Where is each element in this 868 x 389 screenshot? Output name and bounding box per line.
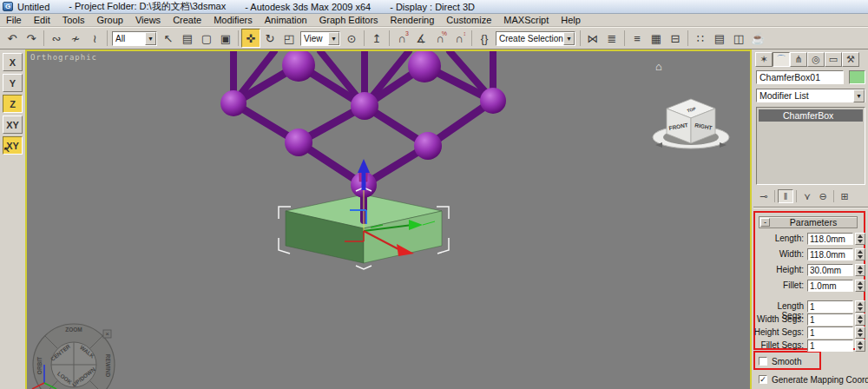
- spinner-down-icon[interactable]: [858, 255, 863, 259]
- menu-views[interactable]: Views: [129, 15, 167, 25]
- tab-display[interactable]: ▭: [825, 52, 842, 67]
- param-value-field[interactable]: 118.0mm: [807, 233, 853, 245]
- window-crossing-toggle-button[interactable]: ▣: [216, 29, 235, 48]
- viewport-label[interactable]: Orthographic: [30, 53, 97, 62]
- spinner-up-icon[interactable]: [858, 315, 863, 319]
- show-end-result-button[interactable]: ‖: [778, 189, 793, 203]
- menu-modifiers[interactable]: Modifiers: [207, 15, 259, 25]
- reference-coordinate-system-dropdown[interactable]: View▼: [300, 31, 340, 46]
- parameters-rollout-header[interactable]: - Parameters: [759, 216, 858, 228]
- align-button[interactable]: ≣: [602, 29, 621, 48]
- spinner-control[interactable]: [855, 280, 865, 292]
- tab-motion[interactable]: ◎: [807, 52, 825, 67]
- select-by-name-button[interactable]: ▤: [178, 29, 197, 48]
- make-unique-button[interactable]: ⋎: [799, 189, 815, 203]
- remove-modifier-button[interactable]: ⊖: [815, 189, 831, 203]
- select-and-scale-button[interactable]: ◰: [279, 29, 299, 48]
- restrict-axis-z[interactable]: Z: [3, 95, 23, 113]
- percent-snap-toggle-button[interactable]: ∩%: [431, 29, 450, 48]
- select-object-button[interactable]: ↖: [159, 29, 178, 48]
- menu-file[interactable]: File: [0, 15, 28, 25]
- rectangular-selection-region-button[interactable]: ▢: [197, 29, 216, 48]
- configure-modifier-sets-button[interactable]: ⊞: [837, 189, 852, 203]
- object-name-field[interactable]: ChamferBox01: [756, 70, 844, 84]
- param-value-field[interactable]: 1: [807, 326, 853, 339]
- edit-named-selection-sets-button[interactable]: {}: [475, 29, 494, 48]
- spinner-up-icon[interactable]: [858, 281, 863, 285]
- close-icon[interactable]: ×: [105, 330, 109, 338]
- menu-rendering[interactable]: Rendering: [385, 15, 441, 25]
- chevron-down-icon[interactable]: ▼: [145, 32, 156, 45]
- mirror-button[interactable]: ⋈: [583, 29, 602, 48]
- spinner-up-icon[interactable]: [858, 302, 863, 306]
- angle-snap-toggle-button[interactable]: ∡: [411, 29, 431, 48]
- param-value-field[interactable]: 1: [807, 300, 853, 313]
- menu-graph-editors[interactable]: Graph Editors: [313, 15, 385, 25]
- redo-button[interactable]: ↷: [22, 29, 41, 48]
- tab-create[interactable]: ✶: [755, 52, 773, 67]
- restrict-axis-xy-plane[interactable]: XY↖: [3, 136, 23, 155]
- spinner-down-icon[interactable]: [858, 346, 863, 350]
- restrict-axis-x[interactable]: X: [3, 53, 23, 71]
- menu-animation[interactable]: Animation: [259, 15, 313, 25]
- rollout-collapse-button[interactable]: -: [760, 218, 770, 227]
- steering-wheel[interactable]: ZOOMREWINDORBITCENTERWALKLOOKUP/DOWN×: [33, 324, 115, 389]
- stack-item-chamferbox[interactable]: ChamferBox: [759, 109, 863, 122]
- spinner-control[interactable]: [855, 340, 865, 352]
- param-value-field[interactable]: 1.0mm: [807, 280, 853, 292]
- material-editor-button[interactable]: ∷: [691, 29, 710, 48]
- spinner-control[interactable]: [855, 264, 865, 276]
- menu-maxscript[interactable]: MAXScript: [497, 15, 555, 25]
- curve-editor-button[interactable]: ▦: [647, 29, 666, 48]
- menu-create[interactable]: Create: [167, 15, 207, 25]
- restrict-axis-xy[interactable]: XY: [3, 115, 23, 134]
- spinner-snap-toggle-button[interactable]: ∩↕: [450, 29, 469, 48]
- menu-group[interactable]: Group: [90, 15, 129, 25]
- viewport-canvas[interactable]: TOPFRONTRIGHT⌂ZOOMREWINDORBITCENTERWALKL…: [27, 51, 750, 389]
- menu-customize[interactable]: Customize: [440, 15, 497, 25]
- viewcube[interactable]: TOPFRONTRIGHT⌂: [653, 60, 729, 148]
- spinner-control[interactable]: [855, 326, 865, 339]
- chevron-down-icon[interactable]: ▼: [328, 32, 339, 45]
- spinner-up-icon[interactable]: [858, 328, 863, 332]
- tab-hierarchy[interactable]: ⋔: [790, 52, 807, 67]
- checkbox[interactable]: [759, 357, 767, 366]
- selection-filter-dropdown[interactable]: All▼: [112, 31, 157, 46]
- viewport-orthographic[interactable]: TOPFRONTRIGHT⌂ZOOMREWINDORBITCENTERWALKL…: [25, 49, 752, 389]
- spinner-up-icon[interactable]: [858, 266, 863, 269]
- select-and-move-button[interactable]: ✜: [241, 29, 260, 48]
- restrict-axis-y[interactable]: Y: [3, 74, 23, 92]
- schematic-view-button[interactable]: ⊟: [666, 29, 685, 48]
- spinner-control[interactable]: [855, 233, 865, 245]
- viewcube-home-icon[interactable]: ⌂: [655, 60, 662, 73]
- wheel-label-rewind[interactable]: REWIND: [105, 354, 111, 378]
- wheel-label-zoom[interactable]: ZOOM: [65, 326, 82, 333]
- spinner-down-icon[interactable]: [858, 287, 863, 290]
- spinner-down-icon[interactable]: [858, 320, 863, 324]
- chevron-down-icon[interactable]: ▼: [563, 32, 575, 45]
- param-value-field[interactable]: 1: [807, 340, 853, 352]
- snaps-toggle-button[interactable]: ∩3: [392, 29, 411, 48]
- modifier-list-dropdown[interactable]: Modifier List ▼: [756, 89, 865, 102]
- spinner-up-icon[interactable]: [858, 341, 863, 345]
- chevron-down-icon[interactable]: ▼: [853, 89, 865, 102]
- param-value-field[interactable]: 118.0mm: [807, 248, 853, 260]
- menu-edit[interactable]: Edit: [28, 15, 56, 25]
- wheel-label-orbit[interactable]: ORBIT: [36, 357, 43, 374]
- modifier-stack[interactable]: ChamferBox: [756, 107, 865, 185]
- tab-modify[interactable]: ⌒: [773, 52, 790, 67]
- select-and-link-button[interactable]: ∾: [47, 29, 66, 48]
- spinner-control[interactable]: [855, 300, 865, 313]
- pin-stack-button[interactable]: ⊸: [756, 189, 772, 203]
- use-pivot-point-center-button[interactable]: ⊙: [342, 29, 361, 48]
- render-setup-button[interactable]: ▤: [710, 29, 729, 48]
- spinner-control[interactable]: [855, 248, 865, 260]
- unlink-selection-button[interactable]: ≁: [66, 29, 85, 48]
- undo-button[interactable]: ↶: [3, 29, 22, 48]
- spinner-down-icon[interactable]: [858, 240, 863, 243]
- menu-help[interactable]: Help: [555, 15, 587, 25]
- bind-to-space-warp-button[interactable]: ≀: [85, 29, 104, 48]
- select-and-rotate-button[interactable]: ↻: [260, 29, 279, 48]
- spinner-control[interactable]: [855, 313, 865, 326]
- spinner-down-icon[interactable]: [858, 271, 863, 274]
